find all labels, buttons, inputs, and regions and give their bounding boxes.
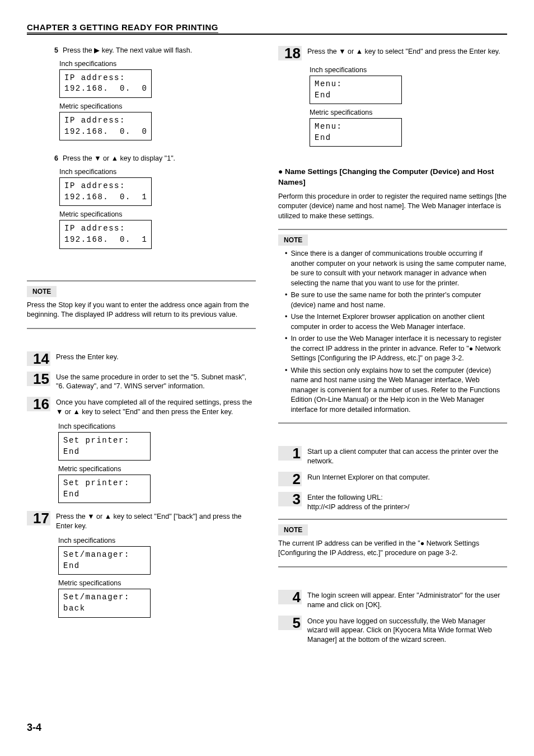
lcd-line: End [315, 133, 331, 142]
lcd-line: End [63, 561, 80, 570]
note-bullet: Since there is a danger of communication… [291, 249, 507, 288]
step-badge: 18 [278, 46, 302, 60]
lcd-display: IP address: 192.168. 0. 1 [59, 220, 152, 248]
spec-label-metric: Metric specifications [58, 465, 256, 473]
note-label: NOTE [27, 286, 57, 297]
page-number: 3-4 [27, 722, 41, 734]
left-column: 5 Press the ▶ key. The next value will f… [27, 46, 256, 650]
lcd-line: IP address: [64, 73, 125, 82]
step-text: Press the Enter key. [56, 351, 256, 362]
lcd-line: Set printer: [63, 436, 130, 445]
bullet-icon: • [285, 249, 287, 288]
step-number-5b: 5 [293, 616, 301, 630]
lcd-display: Set/manager: back [58, 589, 151, 617]
lcd-line: End [63, 490, 80, 499]
lcd-display: Menu: End [310, 76, 402, 104]
step-text: Start up a client computer that can acce… [307, 446, 507, 466]
lcd-display: IP address: 192.168. 0. 0 [59, 112, 152, 140]
note-bullet: In order to use the Web Manager interfac… [291, 334, 507, 364]
step-number-14: 14 [33, 351, 49, 366]
step-badge: 16 [27, 397, 50, 411]
step-badge: 17 [27, 511, 50, 525]
lcd-line: 192.168. 0. 1 [64, 235, 148, 244]
spec-label-inch: Inch specifications [58, 422, 256, 430]
lcd-line: End [315, 91, 331, 100]
lcd-line: Set/manager: [63, 593, 130, 602]
lcd-line: End [63, 447, 80, 456]
spec-label-inch: Inch specifications [59, 168, 256, 176]
step-text: Run Internet Explorer on that computer. [307, 472, 507, 482]
lcd-line: IP address: [64, 116, 125, 125]
step-badge: 15 [27, 372, 50, 386]
lcd-line: back [63, 604, 86, 613]
note-label: NOTE [278, 234, 308, 246]
step-text: Once you have logged on successfully, th… [307, 616, 507, 645]
lcd-line: 192.168. 0. 1 [64, 192, 148, 201]
spec-label-inch: Inch specifications [58, 537, 256, 544]
spec-label-inch: Inch specifications [310, 66, 507, 74]
step-number-6: 6 [51, 154, 58, 162]
lcd-line: Menu: [315, 79, 343, 88]
step-number-16: 16 [33, 397, 49, 411]
step-number-5: 5 [51, 46, 58, 54]
spec-label-inch: Inch specifications [59, 60, 256, 68]
step-text: Press the ▼ or ▲ key to select "End" and… [307, 46, 507, 57]
step-text: Press the ▼ or ▲ key to select "End" ["b… [56, 511, 256, 531]
step-number-17: 17 [33, 511, 49, 525]
lcd-display: IP address: 192.168. 0. 1 [59, 177, 152, 206]
lcd-display: IP address: 192.168. 0. 0 [59, 69, 152, 98]
step-text: The login screen will appear. Enter "Adm… [307, 590, 507, 610]
section-heading-name-settings: ● Name Settings [Changing the Computer (… [278, 167, 507, 187]
step-badge: 3 [278, 492, 302, 506]
bullet-icon: • [285, 366, 287, 415]
note-bullet: Be sure to use the same name for both th… [291, 290, 507, 310]
step-badge: 4 [278, 590, 302, 604]
step-number-3: 3 [293, 492, 301, 506]
spec-label-metric: Metric specifications [59, 102, 256, 110]
section-intro: Perform this procedure in order to regis… [278, 192, 507, 222]
step-badge: 1 [278, 446, 302, 461]
lcd-line: 192.168. 0. 0 [64, 127, 148, 136]
lcd-display: Set printer: End [58, 475, 151, 503]
step-text: Enter the following URL: http://<IP addr… [307, 492, 507, 512]
step-badge: 2 [278, 472, 302, 486]
lcd-line: Set printer: [63, 478, 130, 487]
chapter-heading: CHAPTER 3 GETTING READY FOR PRINTING [27, 22, 507, 35]
step-badge: 5 [278, 616, 302, 630]
note-text: Press the Stop key if you want to enter … [27, 300, 256, 320]
step-badge: 14 [27, 351, 50, 366]
lcd-line: 192.168. 0. 0 [64, 84, 148, 93]
step-number-18: 18 [284, 46, 301, 60]
note-bullet: While this section only explains how to … [291, 366, 507, 415]
step-number-4: 4 [293, 590, 301, 604]
bullet-icon: • [285, 334, 287, 364]
step-text: Press the ▼ or ▲ key to display "1". [63, 154, 175, 163]
step-number-2: 2 [293, 472, 301, 486]
note-bullet: Use the Internet Explorer browser applic… [291, 312, 507, 332]
spec-label-metric: Metric specifications [58, 579, 256, 587]
lcd-line: IP address: [64, 181, 125, 190]
note-label: NOTE [278, 524, 308, 536]
step-number-1: 1 [293, 446, 301, 461]
right-column: 18 Press the ▼ or ▲ key to select "End" … [278, 46, 507, 650]
step-text: Press the ▶ key. The next value will fla… [63, 46, 192, 55]
lcd-line: IP address: [64, 224, 125, 233]
note-text: The current IP address can be verified i… [278, 539, 507, 558]
lcd-line: Set/manager: [63, 550, 130, 559]
step-text: Once you have completed all of the requi… [56, 397, 256, 417]
bullet-icon: • [285, 312, 287, 332]
step-text: Use the same procedure in order to set t… [56, 372, 256, 392]
step-number-15: 15 [33, 372, 49, 386]
lcd-display: Menu: End [310, 118, 402, 147]
lcd-display: Set/manager: End [58, 546, 151, 575]
lcd-display: Set printer: End [58, 432, 151, 461]
spec-label-metric: Metric specifications [310, 109, 507, 116]
lcd-line: Menu: [315, 122, 343, 131]
bullet-icon: • [285, 290, 287, 310]
spec-label-metric: Metric specifications [59, 210, 256, 218]
